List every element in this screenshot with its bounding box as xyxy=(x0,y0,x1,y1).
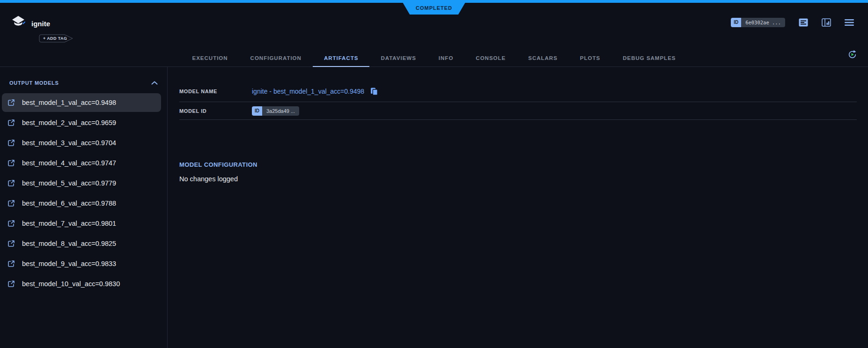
configuration-empty-message: No changes logged xyxy=(179,175,857,183)
add-tag-button[interactable]: + ADD TAG xyxy=(39,34,74,43)
model-id-chip-label: ID xyxy=(252,106,262,116)
split-view-button[interactable] xyxy=(822,18,831,27)
output-models-sidebar: OUTPUT MODELS best_model_1_val_acc=0.949… xyxy=(0,67,168,348)
model-list-item[interactable]: best_model_3_val_acc=0.9704 xyxy=(2,133,161,152)
copy-icon xyxy=(370,87,378,96)
model-item-label: best_model_9_val_acc=0.9833 xyxy=(22,260,116,267)
model-id-label: MODEL ID xyxy=(179,108,252,114)
chevron-up-icon xyxy=(151,81,158,85)
model-item-label: best_model_7_val_acc=0.9801 xyxy=(22,220,116,227)
model-list-item[interactable]: best_model_9_val_acc=0.9833 xyxy=(2,254,161,273)
tab-bar: EXECUTIONCONFIGURATIONARTIFACTSDATAVIEWS… xyxy=(0,48,868,67)
experiment-detail-page: COMPLETED ignite + ADD TAG ID 6e0302ae .… xyxy=(0,0,868,348)
open-in-new-icon[interactable] xyxy=(7,159,15,167)
model-list-item[interactable]: best_model_5_val_acc=0.9779 xyxy=(2,174,161,193)
open-in-new-icon[interactable] xyxy=(7,139,15,147)
model-item-label: best_model_2_val_acc=0.9659 xyxy=(22,119,116,126)
status-badge-label: COMPLETED xyxy=(416,5,452,11)
model-item-label: best_model_8_val_acc=0.9825 xyxy=(22,240,116,247)
model-list-item[interactable]: best_model_1_val_acc=0.9498 xyxy=(2,93,161,112)
document-lines-icon xyxy=(799,18,808,27)
tab-debug-samples[interactable]: DEBUG SAMPLES xyxy=(611,48,687,67)
model-list-item[interactable]: best_model_4_val_acc=0.9747 xyxy=(2,154,161,172)
model-item-label: best_model_4_val_acc=0.9747 xyxy=(22,159,116,167)
model-list-item[interactable]: best_model_10_val_acc=0.9830 xyxy=(2,274,161,293)
tab-artifacts[interactable]: ARTIFACTS xyxy=(313,48,370,67)
output-models-list: best_model_1_val_acc=0.9498 best_model_2… xyxy=(0,93,167,293)
open-in-new-icon[interactable] xyxy=(7,240,15,247)
open-in-new-icon[interactable] xyxy=(7,99,15,106)
panel-layout-icon xyxy=(822,18,831,27)
sidebar-header: OUTPUT MODELS xyxy=(0,80,167,86)
model-id-value[interactable]: 3a25da49 ... xyxy=(262,106,299,116)
tab-scalars[interactable]: SCALARS xyxy=(517,48,569,67)
model-item-label: best_model_10_val_acc=0.9830 xyxy=(22,280,120,288)
content: OUTPUT MODELS best_model_1_val_acc=0.949… xyxy=(0,67,868,348)
model-list-item[interactable]: best_model_2_val_acc=0.9659 xyxy=(2,113,161,132)
open-in-new-icon[interactable] xyxy=(7,179,15,187)
details-panel-button[interactable] xyxy=(799,18,808,27)
model-item-label: best_model_6_val_acc=0.9788 xyxy=(22,200,116,207)
experiment-title: ignite xyxy=(31,20,50,28)
tab-configuration[interactable]: CONFIGURATION xyxy=(239,48,313,67)
model-configuration-section: MODEL CONFIGURATION No changes logged xyxy=(179,161,857,183)
open-in-new-icon[interactable] xyxy=(7,200,15,207)
header-actions: ID 6e0302ae ... xyxy=(731,18,854,27)
tab-plots[interactable]: PLOTS xyxy=(569,48,611,67)
sidebar-section-title: OUTPUT MODELS xyxy=(9,80,59,86)
experiment-id-chip: ID 6e0302ae ... xyxy=(731,18,785,27)
refresh-icon xyxy=(847,49,858,60)
model-list-item[interactable]: best_model_6_val_acc=0.9788 xyxy=(2,194,161,213)
model-name-link[interactable]: ignite - best_model_1_val_acc=0.9498 xyxy=(252,88,364,95)
hamburger-menu-icon xyxy=(845,19,854,26)
experiment-type-icon xyxy=(10,15,26,30)
model-name-label: MODEL NAME xyxy=(179,89,252,94)
menu-button[interactable] xyxy=(845,19,854,26)
experiment-id-value[interactable]: 6e0302ae ... xyxy=(741,18,785,27)
open-in-new-icon[interactable] xyxy=(7,220,15,227)
add-tag-label: + ADD TAG xyxy=(43,34,67,43)
model-name-row: MODEL NAME ignite - best_model_1_val_acc… xyxy=(179,81,857,102)
model-item-label: best_model_1_val_acc=0.9498 xyxy=(22,99,116,106)
id-chip-label: ID xyxy=(731,18,741,27)
model-configuration-title: MODEL CONFIGURATION xyxy=(179,161,857,168)
auto-refresh-button[interactable] xyxy=(847,49,858,62)
collapse-section-button[interactable] xyxy=(151,81,158,85)
status-badge: COMPLETED xyxy=(401,0,467,15)
model-item-label: best_model_3_val_acc=0.9704 xyxy=(22,139,116,147)
open-in-new-icon[interactable] xyxy=(7,260,15,267)
model-list-item[interactable]: best_model_7_val_acc=0.9801 xyxy=(2,214,161,233)
model-item-label: best_model_5_val_acc=0.9779 xyxy=(22,179,116,187)
row-divider xyxy=(179,119,857,120)
model-detail-panel: MODEL NAME ignite - best_model_1_val_acc… xyxy=(168,67,868,348)
tab-info[interactable]: INFO xyxy=(427,48,464,67)
open-in-new-icon[interactable] xyxy=(7,280,15,288)
model-id-chip: ID 3a25da49 ... xyxy=(252,106,299,116)
model-list-item[interactable]: best_model_8_val_acc=0.9825 xyxy=(2,234,161,253)
tab-dataviews[interactable]: DATAVIEWS xyxy=(369,48,427,67)
tab-console[interactable]: CONSOLE xyxy=(464,48,517,67)
tab-execution[interactable]: EXECUTION xyxy=(181,48,239,67)
model-id-row: MODEL ID ID 3a25da49 ... xyxy=(179,102,857,119)
copy-model-name-button[interactable] xyxy=(370,87,378,96)
open-in-new-icon[interactable] xyxy=(7,119,15,126)
